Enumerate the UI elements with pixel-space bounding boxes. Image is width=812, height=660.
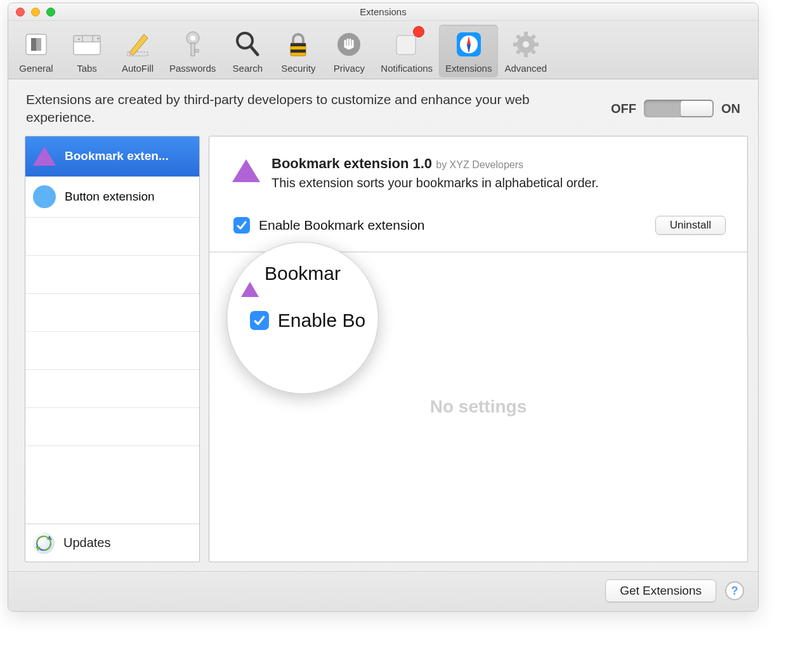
settings-area: No settings <box>209 253 747 562</box>
extension-description: This extension sorts your bookmarks in a… <box>272 176 731 190</box>
toolbar-extensions[interactable]: Extensions <box>439 25 498 77</box>
hand-icon <box>330 27 368 62</box>
svg-rect-20 <box>291 50 306 53</box>
compass-icon <box>450 27 488 62</box>
sidebar-updates[interactable]: Updates <box>25 524 199 562</box>
toolbar-privacy[interactable]: Privacy <box>324 25 374 77</box>
sidebar-item-label: Bookmark exten... <box>65 149 169 163</box>
toolbar-autofill[interactable]: AutoFill <box>112 25 163 77</box>
svg-line-17 <box>251 46 258 55</box>
tabs-icon: × + <box>68 27 106 62</box>
enable-row: Enable Bookmark extension Uninstall <box>209 198 747 253</box>
toolbar-general[interactable]: General <box>11 25 62 77</box>
search-icon <box>228 27 266 62</box>
extensions-sidebar: Bookmark exten... Button extension <box>25 136 200 562</box>
sidebar-item-button-extension[interactable]: Button extension <box>25 177 199 218</box>
extensions-master-toggle[interactable] <box>644 100 714 117</box>
toolbar-advanced[interactable]: Advanced <box>498 25 553 77</box>
extensions-list: Bookmark exten... Button extension <box>25 136 199 524</box>
toolbar-label: General <box>19 63 53 74</box>
svg-text:×: × <box>77 36 81 42</box>
circle-icon <box>33 185 56 208</box>
intro-row: Extensions are created by third-party de… <box>8 79 758 136</box>
toolbar-passwords[interactable]: Passwords <box>163 25 222 77</box>
list-item <box>25 408 199 446</box>
help-button[interactable]: ? <box>725 581 744 600</box>
svg-line-33 <box>517 36 520 38</box>
extension-title-line: Bookmark extension 1.0 by XYZ Developers <box>272 155 731 172</box>
toggle-off-label: OFF <box>611 102 636 116</box>
uninstall-button[interactable]: Uninstall <box>655 216 726 235</box>
no-settings-label: No settings <box>430 397 527 417</box>
get-extensions-button[interactable]: Get Extensions <box>605 579 716 602</box>
toolbar-security[interactable]: Security <box>273 25 324 77</box>
notification-badge-icon <box>413 26 424 37</box>
svg-marker-10 <box>130 34 148 55</box>
svg-rect-22 <box>396 36 416 55</box>
svg-point-21 <box>337 33 360 56</box>
svg-line-34 <box>532 51 535 53</box>
toggle-on-label: ON <box>721 102 740 116</box>
preferences-window: Extensions General × + <box>8 3 759 612</box>
svg-rect-14 <box>191 43 195 56</box>
gear-icon <box>507 27 545 62</box>
toolbar-notifications[interactable]: Notifications <box>374 25 439 77</box>
enable-checkbox[interactable] <box>233 217 250 234</box>
list-item <box>25 446 199 484</box>
toggle-knob <box>681 101 712 116</box>
toolbar-label: Tabs <box>77 63 97 74</box>
window-title: Extensions <box>8 6 758 17</box>
triangle-icon <box>33 147 56 166</box>
extension-meta: Bookmark extension 1.0 by XYZ Developers… <box>272 155 731 190</box>
toolbar-label: Privacy <box>334 63 365 74</box>
notifications-icon <box>388 27 426 62</box>
pencil-icon <box>119 27 157 62</box>
svg-line-35 <box>532 36 535 38</box>
list-item <box>25 218 199 256</box>
sidebar-item-label: Button extension <box>65 190 155 204</box>
toolbar-label: Notifications <box>381 63 433 74</box>
footer: Get Extensions ? <box>8 571 758 611</box>
enable-left: Enable Bookmark extension <box>233 217 425 234</box>
detail-header: Bookmark extension 1.0 by XYZ Developers… <box>209 136 747 198</box>
titlebar: Extensions <box>8 3 758 21</box>
toolbar-search[interactable]: Search <box>222 25 273 77</box>
svg-point-28 <box>523 41 529 48</box>
toolbar-tabs[interactable]: × + Tabs <box>62 25 112 77</box>
svg-rect-15 <box>195 50 199 52</box>
toolbar-label: Passwords <box>169 63 216 74</box>
extension-detail-panel: Bookmark extension 1.0 by XYZ Developers… <box>209 136 748 562</box>
updates-label: Updates <box>63 536 111 550</box>
toolbar-label: Security <box>281 63 315 74</box>
list-item <box>25 294 199 332</box>
svg-rect-3 <box>74 41 100 55</box>
switch-icon <box>17 27 55 62</box>
by-prefix: by <box>436 159 447 170</box>
toolbar-label: Search <box>233 63 263 74</box>
toolbar-label: AutoFill <box>122 63 154 74</box>
extension-developer: XYZ Developers <box>450 159 524 170</box>
updates-icon <box>33 532 55 554</box>
list-item <box>25 332 199 370</box>
enable-label: Enable Bookmark extension <box>259 218 425 233</box>
intro-text: Extensions are created by third-party de… <box>26 91 534 127</box>
svg-text:+: + <box>96 36 100 42</box>
toolbar-label: Extensions <box>445 63 492 74</box>
svg-rect-2 <box>31 38 36 51</box>
extension-title: Bookmark extension 1.0 <box>272 155 432 171</box>
list-item <box>25 370 199 408</box>
svg-point-13 <box>190 36 195 41</box>
extension-icon <box>232 159 260 182</box>
svg-rect-19 <box>291 43 306 46</box>
key-icon <box>174 27 212 62</box>
extensions-master-toggle-group: OFF ON <box>611 100 740 117</box>
lock-icon <box>279 27 317 62</box>
list-item <box>25 256 199 294</box>
svg-line-36 <box>517 51 520 53</box>
content-area: Extensions are created by third-party de… <box>8 79 758 611</box>
sidebar-item-bookmark-extension[interactable]: Bookmark exten... <box>25 136 199 177</box>
panels: Bookmark exten... Button extension <box>8 136 758 571</box>
toolbar-label: Advanced <box>504 63 547 74</box>
preferences-toolbar: General × + Tabs <box>8 21 758 79</box>
